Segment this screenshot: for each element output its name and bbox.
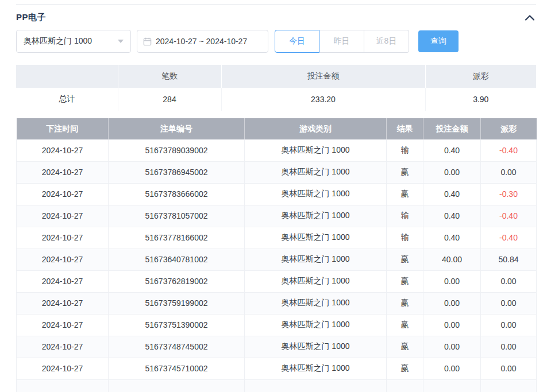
payout-cell: -0.40 bbox=[481, 205, 537, 227]
game-type-cell: 奥林匹斯之门 1000 bbox=[245, 227, 387, 249]
bet-time-cell: 2024-10-27 bbox=[17, 292, 109, 314]
game-type-cell: 奥林匹斯之门 1000 bbox=[245, 314, 387, 336]
result-cell: 输 bbox=[387, 139, 423, 161]
bet-amount-cell: 0.00 bbox=[423, 336, 481, 358]
payout-cell: -0.40 bbox=[481, 139, 537, 161]
date-range-value: 2024-10-27 ~ 2024-10-27 bbox=[156, 37, 247, 46]
table-row-partial bbox=[17, 379, 537, 392]
result-cell: 赢 bbox=[387, 336, 423, 358]
result-cell: 赢 bbox=[387, 161, 423, 183]
bet-time-cell: 2024-10-27 bbox=[17, 358, 109, 379]
table-row: 2024-10-2751673751390002奥林匹斯之门 1000赢0.00… bbox=[17, 314, 537, 336]
game-type-cell: 奥林匹斯之门 1000 bbox=[245, 161, 387, 183]
game-type-cell: 奥林匹斯之门 1000 bbox=[245, 358, 387, 379]
summary-header-count: 笔数 bbox=[118, 65, 221, 88]
payout-cell: 0.00 bbox=[481, 292, 537, 314]
order-id-cell: 51673762819002 bbox=[109, 270, 245, 292]
quick-filter-group: 今日 昨日 近8日 bbox=[275, 30, 409, 53]
game-type-cell: 奥林匹斯之门 1000 bbox=[245, 292, 387, 314]
payout-cell: 0.00 bbox=[481, 270, 537, 292]
bet-time-cell: 2024-10-27 bbox=[17, 270, 109, 292]
collapse-button[interactable] bbox=[523, 13, 536, 22]
header-payout: 派彩 bbox=[481, 118, 537, 139]
payout-cell: 0.00 bbox=[481, 314, 537, 336]
order-id-cell: 51673783666002 bbox=[109, 183, 245, 205]
bet-time-cell: 2024-10-27 bbox=[17, 183, 109, 205]
panel-header: PP电子 bbox=[16, 4, 536, 30]
order-id-cell: 51673778166002 bbox=[109, 227, 245, 249]
payout-cell: -0.30 bbox=[481, 183, 537, 205]
result-cell: 输 bbox=[387, 227, 423, 249]
result-cell: 赢 bbox=[387, 249, 423, 270]
result-cell: 输 bbox=[387, 205, 423, 227]
game-type-cell: 奥林匹斯之门 1000 bbox=[245, 205, 387, 227]
result-cell bbox=[387, 379, 423, 392]
payout-cell: 0.00 bbox=[481, 358, 537, 379]
order-id-cell: 51673751390002 bbox=[109, 314, 245, 336]
order-id-cell: 51673759199002 bbox=[109, 292, 245, 314]
table-row: 2024-10-2751673778166002奥林匹斯之门 1000输0.40… bbox=[17, 227, 537, 249]
result-cell: 赢 bbox=[387, 270, 423, 292]
bet-time-cell bbox=[17, 379, 109, 392]
summary-total-label: 总计 bbox=[16, 88, 118, 111]
filter-bar: 奥林匹斯之门 1000 2024-10-27 ~ 2024-10-27 今日 昨… bbox=[16, 30, 536, 53]
bet-time-cell: 2024-10-27 bbox=[17, 139, 109, 161]
bet-time-cell: 2024-10-27 bbox=[17, 314, 109, 336]
table-row: 2024-10-2751673748745002奥林匹斯之门 1000赢0.00… bbox=[17, 336, 537, 358]
chevron-up-icon bbox=[525, 14, 535, 21]
order-id-cell: 51673640781002 bbox=[109, 249, 245, 270]
result-cell: 赢 bbox=[387, 292, 423, 314]
order-id-cell: 51673781057002 bbox=[109, 205, 245, 227]
game-type-cell bbox=[245, 379, 387, 392]
table-row: 2024-10-2751673745710002奥林匹斯之门 1000赢0.00… bbox=[17, 358, 537, 379]
summary-total-row: 总计 284 233.20 3.90 bbox=[16, 88, 536, 111]
bet-time-cell: 2024-10-27 bbox=[17, 249, 109, 270]
bet-amount-cell: 0.00 bbox=[423, 358, 481, 379]
summary-total-payout: 3.90 bbox=[425, 88, 536, 111]
bet-time-cell: 2024-10-27 bbox=[17, 227, 109, 249]
bets-table: 下注时间 注单编号 游戏类别 结果 投注金额 派彩 2024-10-275167… bbox=[16, 118, 537, 392]
bet-amount-cell: 0.00 bbox=[423, 270, 481, 292]
summary-total-bet-amount: 233.20 bbox=[221, 88, 425, 111]
bet-time-cell: 2024-10-27 bbox=[17, 336, 109, 358]
header-game-type: 游戏类别 bbox=[245, 118, 387, 139]
summary-header-blank bbox=[16, 65, 118, 88]
today-button[interactable]: 今日 bbox=[275, 30, 319, 53]
game-type-cell: 奥林匹斯之门 1000 bbox=[245, 183, 387, 205]
bets-header-row: 下注时间 注单编号 游戏类别 结果 投注金额 派彩 bbox=[17, 118, 537, 139]
bets-table-body: 2024-10-2751673789039002奥林匹斯之门 1000输0.40… bbox=[17, 139, 537, 392]
game-type-cell: 奥林匹斯之门 1000 bbox=[245, 336, 387, 358]
payout-cell bbox=[481, 379, 537, 392]
game-type-cell: 奥林匹斯之门 1000 bbox=[245, 270, 387, 292]
summary-header-bet-amount: 投注金额 bbox=[221, 65, 425, 88]
game-select-value: 奥林匹斯之门 1000 bbox=[24, 36, 92, 46]
payout-cell: 50.84 bbox=[481, 249, 537, 270]
page-title: PP电子 bbox=[16, 12, 46, 23]
caret-down-icon bbox=[118, 40, 124, 43]
bet-amount-cell: 0.40 bbox=[423, 205, 481, 227]
query-button[interactable]: 查询 bbox=[418, 30, 459, 52]
bet-amount-cell: 0.00 bbox=[423, 292, 481, 314]
header-bet-amount: 投注金额 bbox=[423, 118, 481, 139]
order-id-cell: 51673745710002 bbox=[109, 358, 245, 379]
table-row: 2024-10-2751673759199002奥林匹斯之门 1000赢0.00… bbox=[17, 292, 537, 314]
payout-cell: 0.00 bbox=[481, 161, 537, 183]
pp-electronic-panel: PP电子 奥林匹斯之门 1000 2024-10-27 ~ 2024-10-27… bbox=[0, 0, 547, 392]
calendar-icon bbox=[143, 37, 152, 46]
bet-amount-cell: 0.40 bbox=[423, 227, 481, 249]
yesterday-button[interactable]: 昨日 bbox=[319, 30, 364, 53]
summary-total-count: 284 bbox=[118, 88, 221, 111]
date-range-input[interactable]: 2024-10-27 ~ 2024-10-27 bbox=[137, 30, 268, 53]
header-order-id: 注单编号 bbox=[109, 118, 245, 139]
table-row: 2024-10-2751673783666002奥林匹斯之门 1000赢0.40… bbox=[17, 183, 537, 205]
result-cell: 赢 bbox=[387, 314, 423, 336]
bet-time-cell: 2024-10-27 bbox=[17, 205, 109, 227]
game-select[interactable]: 奥林匹斯之门 1000 bbox=[16, 30, 131, 53]
last-8-days-button[interactable]: 近8日 bbox=[364, 30, 409, 53]
summary-table: 笔数 投注金额 派彩 总计 284 233.20 3.90 bbox=[16, 65, 536, 111]
table-row: 2024-10-2751673789039002奥林匹斯之门 1000输0.40… bbox=[17, 139, 537, 161]
result-cell: 赢 bbox=[387, 183, 423, 205]
table-row: 2024-10-2751673786945002奥林匹斯之门 1000赢0.00… bbox=[17, 161, 537, 183]
game-type-cell: 奥林匹斯之门 1000 bbox=[245, 249, 387, 270]
bet-time-cell: 2024-10-27 bbox=[17, 161, 109, 183]
